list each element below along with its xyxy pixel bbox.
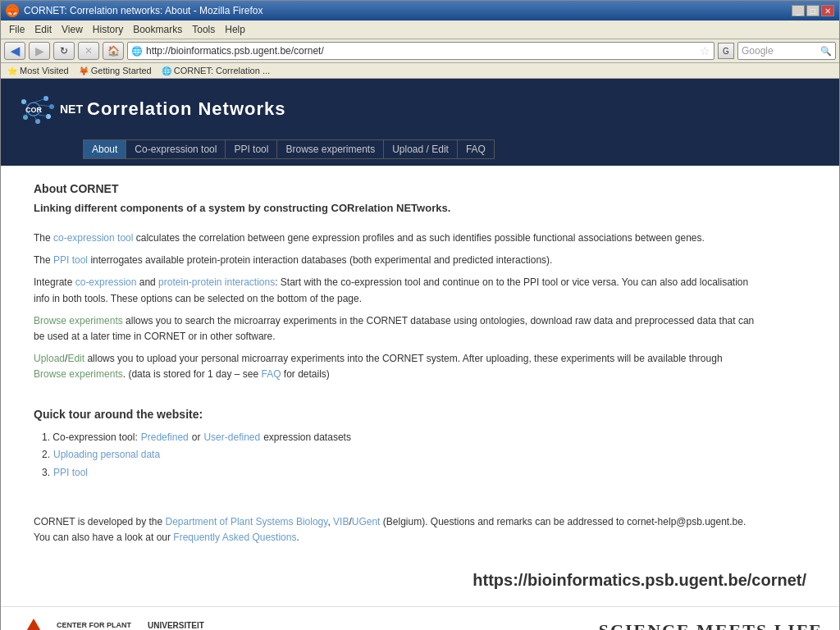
page-icon: 🌐	[162, 66, 171, 75]
menu-help[interactable]: Help	[220, 22, 250, 37]
link-ppi-inline[interactable]: protein-protein interactions	[158, 276, 275, 288]
menu-history[interactable]: History	[88, 22, 128, 37]
link-predefined[interactable]: Predefined	[141, 429, 189, 447]
close-button[interactable]: ✕	[821, 5, 834, 16]
cornet-logo: COR NET	[17, 89, 87, 130]
para2-before: The	[34, 254, 53, 266]
bookmark-most-visited[interactable]: ⭐ Most Visited	[4, 65, 72, 76]
nav-bar: ◀ ▶ ↻ ✕ 🏠 🌐 http://bioinformatics.psb.ug…	[1, 39, 839, 63]
link-faq-inline[interactable]: FAQ	[261, 368, 281, 380]
tour-list: 1. Co-expression tool: Predefined or Use…	[42, 429, 756, 482]
forward-button[interactable]: ▶	[29, 42, 50, 60]
menu-view[interactable]: View	[57, 22, 88, 37]
reload-button[interactable]: ↻	[53, 42, 75, 60]
bottom-bar: CENTER FOR PLANT SYSTEMS BIOLOGY UNIVERS…	[1, 606, 839, 630]
minimize-button[interactable]: _	[792, 5, 805, 16]
nav-upload[interactable]: Upload / Edit	[384, 139, 458, 159]
menu-edit[interactable]: Edit	[30, 22, 57, 37]
para-upload: Upload/Edit allows you to upload your pe…	[34, 351, 756, 382]
para-coexpression: The co-expression tool calculates the co…	[34, 231, 756, 246]
cpsb-logo: CENTER FOR PLANT SYSTEMS BIOLOGY	[17, 617, 131, 630]
para4-after: allows you to search the microarray expe…	[34, 315, 754, 342]
home-button[interactable]: 🏠	[103, 42, 124, 60]
link-faq-footer[interactable]: Frequently Asked Questions	[173, 532, 296, 543]
search-engine-icon[interactable]: G	[718, 43, 734, 59]
main-content: About CORNET Linking different component…	[1, 166, 788, 563]
link-ugent[interactable]: UGent	[352, 516, 381, 527]
para5-end: . (data is stored for 1 day – see	[123, 368, 262, 380]
bookmarks-bar: ⭐ Most Visited 🦊 Getting Started 🌐 CORNE…	[1, 63, 839, 79]
footer-text3: .	[296, 532, 299, 543]
link-browse-exp[interactable]: Browse experiments	[34, 315, 123, 326]
bookmark-label-2: Getting Started	[91, 66, 152, 75]
para-ppi: The PPI tool interrogates available prot…	[34, 253, 756, 268]
stop-button[interactable]: ✕	[78, 42, 99, 60]
link-browse-exp2[interactable]: Browse experiments	[34, 368, 123, 380]
nav-about[interactable]: About	[83, 139, 126, 159]
para1-before: The	[34, 232, 53, 244]
url-display: https://bioinformatics.psb.ugent.be/corn…	[1, 563, 839, 598]
ugent-line1: UNIVERSITEIT	[148, 620, 204, 630]
tagline: Linking different components of a system…	[34, 202, 756, 214]
footer-text1: CORNET is developed by the	[34, 516, 166, 527]
tour-item-3: 3. PPI tool	[42, 464, 756, 482]
link-edit[interactable]: Edit	[67, 353, 84, 364]
para3-before: Integrate	[34, 276, 75, 288]
search-go-icon[interactable]: 🔍	[820, 46, 832, 57]
about-title: About CORNET	[34, 182, 756, 195]
nav-browse[interactable]: Browse experiments	[277, 139, 384, 159]
site-header: COR NET	[1, 79, 839, 166]
nav-ppi[interactable]: PPI tool	[226, 139, 277, 159]
browser-icon: 🦊	[6, 4, 19, 17]
link-ppi-tour[interactable]: PPI tool	[53, 464, 88, 482]
link-user-defined[interactable]: User-defined	[203, 429, 260, 447]
svg-text:NET: NET	[60, 103, 83, 116]
link-uploading[interactable]: Uploading personal data	[53, 446, 160, 464]
footer-paragraph: CORNET is developed by the Department of…	[34, 506, 756, 546]
menu-tools[interactable]: Tools	[187, 22, 220, 37]
search-box[interactable]: Google 🔍	[737, 42, 836, 60]
menu-bar: File Edit View History Bookmarks Tools H…	[1, 21, 839, 39]
back-button[interactable]: ◀	[4, 42, 25, 60]
svg-marker-15	[19, 619, 48, 630]
bookmark-star[interactable]: ☆	[700, 44, 710, 57]
address-text: http://bioinformatics.psb.ugent.be/corne…	[146, 45, 696, 57]
nav-menu: About Co-expression tool PPI tool Browse…	[1, 139, 839, 159]
link-vib[interactable]: VIB	[333, 516, 349, 527]
quick-tour-title: Quick tour around the website:	[34, 408, 756, 421]
bookmark-label-1: Most Visited	[20, 66, 69, 75]
link-coexp-inline[interactable]: co-expression	[75, 276, 137, 288]
triangle-icon	[17, 617, 50, 630]
address-bar[interactable]: 🌐 http://bioinformatics.psb.ugent.be/cor…	[127, 42, 714, 60]
address-icon: 🌐	[131, 46, 143, 57]
cpsb-text: CENTER FOR PLANT SYSTEMS BIOLOGY	[57, 621, 131, 630]
para-integrate: Integrate co-expression and protein-prot…	[34, 275, 756, 306]
maximize-button[interactable]: □	[806, 5, 819, 16]
tour-item-2: 2. Uploading personal data	[42, 446, 756, 464]
nav-faq[interactable]: FAQ	[458, 139, 495, 159]
bookmark-getting-started[interactable]: 🦊 Getting Started	[75, 65, 155, 76]
tour-item-1: 1. Co-expression tool: Predefined or Use…	[42, 429, 756, 447]
link-coexpression-tool[interactable]: co-expression tool	[53, 232, 133, 244]
star-icon: ⭐	[7, 66, 17, 75]
bookmark-label-3: CORNET: Correlation ...	[174, 66, 270, 75]
link-dept[interactable]: Department of Plant Systems Biology	[166, 516, 328, 527]
link-ppi-tool[interactable]: PPI tool	[53, 254, 88, 266]
link-upload[interactable]: Upload	[34, 353, 65, 364]
window-controls[interactable]: _ □ ✕	[792, 5, 834, 16]
science-meets-life: SCIENCE MEETS LIFE	[599, 620, 823, 630]
menu-bookmarks[interactable]: Bookmarks	[128, 22, 187, 37]
para5-final: for details)	[281, 368, 330, 380]
para-browse: Browse experiments allows you to search …	[34, 313, 756, 345]
nav-coexpression[interactable]: Co-expression tool	[126, 139, 226, 159]
svg-text:COR: COR	[25, 106, 43, 114]
svg-line-8	[34, 98, 46, 103]
page-content: COR NET	[1, 79, 839, 630]
bookmark-cornet[interactable]: 🌐 CORNET: Correlation ...	[158, 65, 273, 76]
para1-after: calculates the correlation between gene …	[133, 232, 704, 244]
para5-mid: allows you to upload your personal micro…	[84, 353, 723, 364]
ugent-logo: UNIVERSITEIT GENT	[148, 620, 204, 630]
window-title: CORNET: Correlation networks: About - Mo…	[24, 5, 262, 16]
site-title: Correlation Networks	[87, 98, 286, 120]
menu-file[interactable]: File	[4, 22, 30, 37]
